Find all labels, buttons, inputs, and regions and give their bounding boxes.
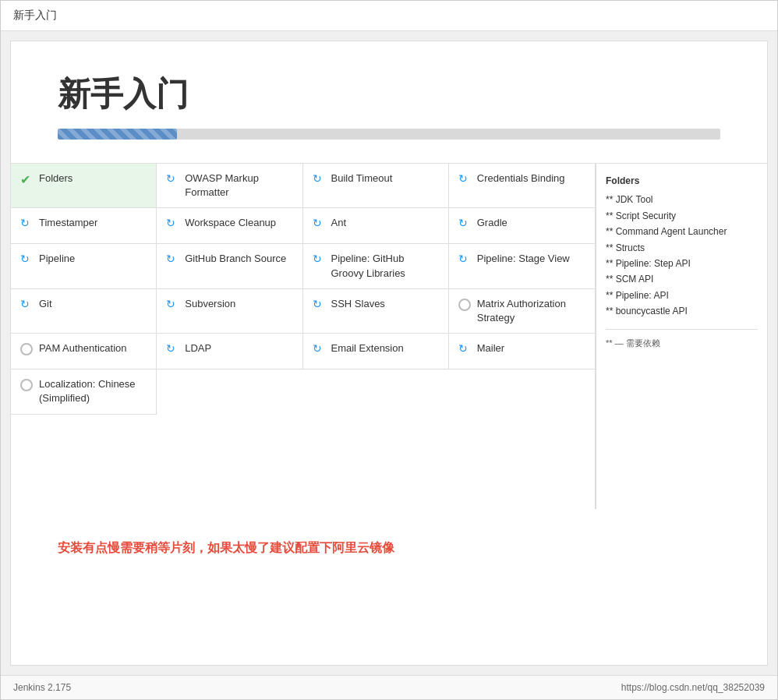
install-message: 安装有点慢需要稍等片刻，如果太慢了建议配置下阿里云镜像 [58,540,394,557]
plugin-name: Ant [331,216,347,230]
plugin-name: Credentials Binding [477,171,565,186]
sidebar: Folders ** JDK Tool** Script Security** … [596,164,767,509]
refresh-icon: ↻ [313,298,325,310]
sidebar-item: ** SCM API [606,271,758,287]
refresh-icon: ↻ [458,217,471,229]
plugin-cell[interactable]: ↻Email Extension [303,334,449,369]
plugin-name: Pipeline: GitHub Groovy Libraries [331,252,439,280]
plugin-cell[interactable]: ↻Pipeline: Stage View [449,244,595,288]
refresh-icon: ↻ [313,342,325,355]
plugin-name: Pipeline: Stage View [477,252,570,266]
sidebar-item: ** Structs [606,240,758,256]
check-icon: ✔ [20,172,33,185]
plugin-name: PAM Authentication [39,341,127,355]
plugin-name: Pipeline [39,252,75,266]
sidebar-title: Folders [606,173,758,189]
plugin-name: Build Timeout [331,171,393,186]
hero-title: 新手入门 [58,72,720,116]
plugin-cell[interactable]: Localization: Chinese (Simplified) [11,369,157,414]
plugin-name: Email Extension [331,341,404,355]
plugin-cell[interactable]: ↻Timestamper [11,208,157,244]
top-bar: 新手入门 [1,1,777,31]
plugin-cell[interactable]: ↻Credentials Binding [449,164,595,208]
top-bar-label: 新手入门 [13,9,57,21]
main-content: 新手入门 ✔Folders↻OWASP Markup Formatter↻Bui… [10,41,768,666]
plugin-name: Git [39,297,52,311]
refresh-icon: ↻ [458,253,471,265]
sidebar-item: ** JDK Tool [606,192,758,207]
message-area: 安装有点慢需要稍等片刻，如果太慢了建议配置下阿里云镜像 [11,509,767,665]
plugin-cell[interactable]: ↻Gradle [449,208,595,244]
plugin-cell[interactable]: ✔Folders [11,164,157,208]
plugin-name: Subversion [185,297,235,311]
plugin-cell[interactable]: ↻Subversion [157,289,302,334]
refresh-icon: ↻ [458,342,471,355]
plugin-cell[interactable]: ↻SSH Slaves [303,289,449,334]
plugin-name: LDAP [185,341,211,355]
refresh-icon: ↻ [20,217,33,229]
plugin-cell[interactable]: ↻Pipeline [11,244,157,288]
refresh-icon: ↻ [166,298,179,310]
refresh-icon: ↻ [166,172,179,185]
plugin-cell[interactable]: Matrix Authorization Strategy [449,289,595,334]
sidebar-item: ** Pipeline: API [606,288,758,303]
circle-icon [458,299,471,311]
sidebar-item: ** Pipeline: Step API [606,256,758,271]
plugin-cell[interactable]: ↻Build Timeout [303,164,449,208]
plugin-name: SSH Slaves [331,297,385,311]
sidebar-item: ** Command Agent Launcher [606,224,758,239]
refresh-icon: ↻ [20,253,33,265]
refresh-icon: ↻ [313,217,325,229]
plugin-cell[interactable]: ↻Mailer [449,334,595,369]
hero-section: 新手入门 [11,41,767,164]
plugin-cell[interactable]: ↻Git [11,289,157,334]
refresh-icon: ↻ [20,298,33,310]
plugin-name: Workspace Cleanup [185,216,276,230]
plugin-name: Gradle [477,216,507,230]
circle-icon [20,379,33,391]
refresh-icon: ↻ [166,217,179,229]
plugin-grid: ✔Folders↻OWASP Markup Formatter↻Build Ti… [11,164,596,509]
refresh-icon: ↻ [166,253,179,265]
sidebar-items: ** JDK Tool** Script Security** Command … [606,192,758,319]
jenkins-version: Jenkins 2.175 [13,682,71,693]
sidebar-note: ** — 需要依赖 [606,329,758,351]
plugin-name: Mailer [477,341,504,355]
sidebar-item: ** bouncycastle API [606,303,758,319]
plugin-name: Timestamper [39,216,97,230]
plugin-name: GitHub Branch Source [185,252,286,266]
circle-icon [20,343,33,355]
refresh-icon: ↻ [313,253,325,265]
plugin-name: Localization: Chinese (Simplified) [39,377,147,405]
plugin-cell[interactable]: ↻GitHub Branch Source [157,244,302,288]
progress-bar-container [58,129,720,140]
plugin-cell[interactable]: ↻Ant [303,208,449,244]
refresh-icon: ↻ [458,172,471,185]
footer-link[interactable]: https://blog.csdn.net/qq_38252039 [621,682,765,693]
plugin-cell[interactable]: ↻LDAP [157,334,302,369]
plugin-cell[interactable]: ↻Pipeline: GitHub Groovy Libraries [303,244,449,288]
footer: Jenkins 2.175 https://blog.csdn.net/qq_3… [1,675,777,699]
sidebar-item: ** Script Security [606,208,758,224]
plugin-cell[interactable]: PAM Authentication [11,334,157,369]
plugin-name: Matrix Authorization Strategy [477,297,585,325]
plugin-name: Folders [39,171,72,186]
plugin-cell[interactable]: ↻OWASP Markup Formatter [157,164,302,208]
progress-bar-fill [58,129,177,140]
refresh-icon: ↻ [313,172,325,185]
plugin-name: OWASP Markup Formatter [185,171,292,200]
plugin-area: ✔Folders↻OWASP Markup Formatter↻Build Ti… [11,164,767,509]
plugin-cell[interactable]: ↻Workspace Cleanup [157,208,302,244]
refresh-icon: ↻ [166,342,179,355]
